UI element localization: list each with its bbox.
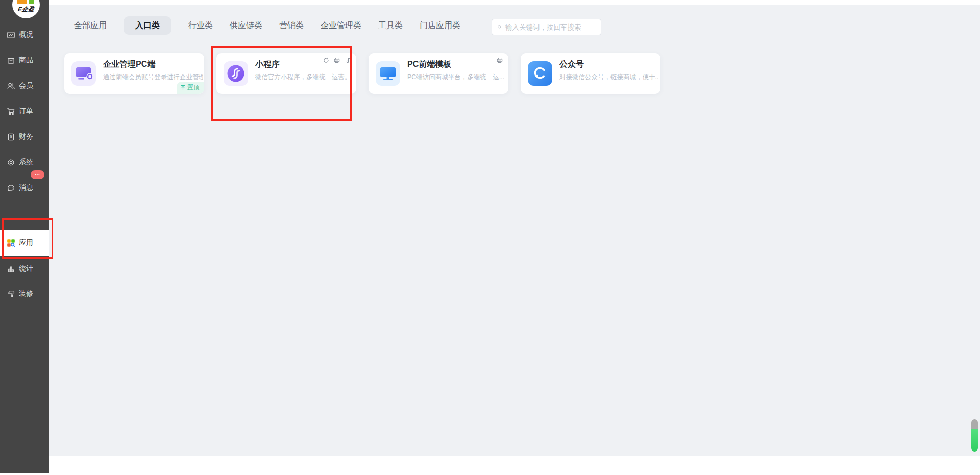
app-card-list: 企业管理PC端 通过前端会员账号登录进行企业管理 置顶 — [64, 53, 660, 94]
sidebar-item-decorate[interactable]: 装修 — [0, 288, 49, 299]
sidebar-item-apps-label: 应用 — [19, 238, 33, 247]
official-account-app-icon — [528, 61, 552, 86]
printer-icon[interactable] — [496, 57, 503, 64]
app-card-title: PC前端模板 — [407, 59, 451, 70]
search-input[interactable] — [505, 23, 596, 31]
sidebar: E企盈 概况 商品 — [0, 0, 49, 473]
note-icon[interactable] — [344, 57, 351, 64]
scrollbar-thumb-green-segment — [971, 429, 978, 452]
logo-text: E企盈 — [12, 5, 40, 14]
vertical-scrollbar-thumb[interactable] — [971, 419, 978, 452]
decorate-icon — [6, 289, 15, 298]
pin-top-badge[interactable]: 置顶 — [177, 82, 204, 94]
tab-all-apps[interactable]: 全部应用 — [74, 20, 107, 31]
sidebar-item-overview[interactable]: 概况 — [0, 29, 49, 40]
tab-store-apps[interactable]: 门店应用类 — [420, 20, 460, 31]
app-card-desc: 对接微信公众号，链接商城，便于... — [559, 73, 659, 82]
tab-marketing[interactable]: 营销类 — [279, 20, 304, 31]
printer-icon[interactable] — [333, 57, 340, 64]
sidebar-item-overview-label: 概况 — [19, 30, 33, 39]
card-actions — [496, 57, 503, 64]
app-card-desc: PC端访问商城平台，多端统一运... — [407, 73, 507, 82]
tab-tools[interactable]: 工具类 — [378, 20, 403, 31]
tab-supply-chain[interactable]: 供应链类 — [230, 20, 262, 31]
goods-icon — [6, 56, 15, 65]
app-logo[interactable]: E企盈 — [12, 0, 40, 18]
pin-top-label: 置顶 — [187, 83, 200, 92]
sidebar-item-system-label: 系统 — [19, 158, 33, 167]
app-card-desc: 通过前端会员账号登录进行企业管理 — [103, 73, 203, 82]
sidebar-item-apps[interactable]: 应用 — [0, 230, 49, 256]
app-card-pc-admin[interactable]: 企业管理PC端 通过前端会员账号登录进行企业管理 置顶 — [64, 53, 204, 94]
sidebar-item-goods[interactable]: 商品 — [0, 55, 49, 66]
app-card-title: 公众号 — [559, 59, 584, 70]
finance-icon: ¥ — [6, 132, 15, 141]
stats-icon — [6, 264, 15, 273]
app-card-pc-template[interactable]: PC前端模板 PC端访问商城平台，多端统一运... — [369, 53, 508, 94]
app-card-title: 企业管理PC端 — [103, 59, 155, 70]
app-window: E企盈 概况 商品 — [0, 0, 980, 475]
apps-icon — [6, 238, 15, 247]
messages-badge: ... — [31, 170, 44, 179]
sidebar-item-messages[interactable]: 消息 — [0, 182, 49, 193]
logo-orange-block — [17, 0, 27, 4]
pc-template-app-icon — [376, 61, 400, 86]
search-icon — [497, 23, 502, 31]
sidebar-item-decorate-label: 装修 — [19, 289, 33, 298]
messages-icon — [6, 183, 15, 192]
sidebar-item-goods-label: 商品 — [19, 56, 33, 65]
app-card-title: 小程序 — [255, 59, 280, 70]
miniprogram-app-icon — [224, 61, 248, 86]
sidebar-item-members[interactable]: 会员 — [0, 80, 49, 91]
pin-top-icon — [180, 85, 186, 90]
tab-entry[interactable]: 入口类 — [124, 16, 172, 35]
sidebar-item-system[interactable]: 系统 — [0, 157, 49, 168]
category-tabs: 全部应用 入口类 行业类 供应链类 营销类 企业管理类 工具类 门店应用类 — [74, 16, 460, 35]
sidebar-item-stats[interactable]: 统计 — [0, 263, 49, 274]
sidebar-item-orders[interactable]: 订单 — [0, 106, 49, 117]
sidebar-item-members-label: 会员 — [19, 81, 33, 90]
search-box — [492, 19, 601, 35]
sidebar-item-messages-label: 消息 — [19, 183, 33, 192]
tab-enterprise-mgmt[interactable]: 企业管理类 — [321, 20, 361, 31]
logo-green-block — [29, 0, 34, 4]
app-card-official-account[interactable]: 公众号 对接微信公众号，链接商城，便于... — [521, 53, 660, 94]
svg-text:¥: ¥ — [10, 134, 12, 139]
pc-admin-app-icon — [71, 61, 96, 86]
sidebar-item-orders-label: 订单 — [19, 107, 33, 116]
card-actions — [323, 57, 351, 64]
overview-icon — [6, 30, 15, 39]
app-card-desc: 微信官方小程序，多端统一运营。 — [255, 73, 355, 82]
tab-industry[interactable]: 行业类 — [188, 20, 213, 31]
orders-icon — [6, 107, 15, 116]
scrollbar-thumb-gray-segment — [971, 419, 978, 429]
system-icon — [6, 158, 15, 167]
members-icon — [6, 81, 15, 90]
sidebar-item-finance[interactable]: ¥ 财务 — [0, 131, 49, 142]
sidebar-item-finance-label: 财务 — [19, 132, 33, 141]
sidebar-item-stats-label: 统计 — [19, 264, 33, 273]
refresh-icon[interactable] — [323, 57, 330, 64]
app-card-miniprogram[interactable]: 小程序 微信官方小程序，多端统一运营。 — [216, 53, 356, 94]
